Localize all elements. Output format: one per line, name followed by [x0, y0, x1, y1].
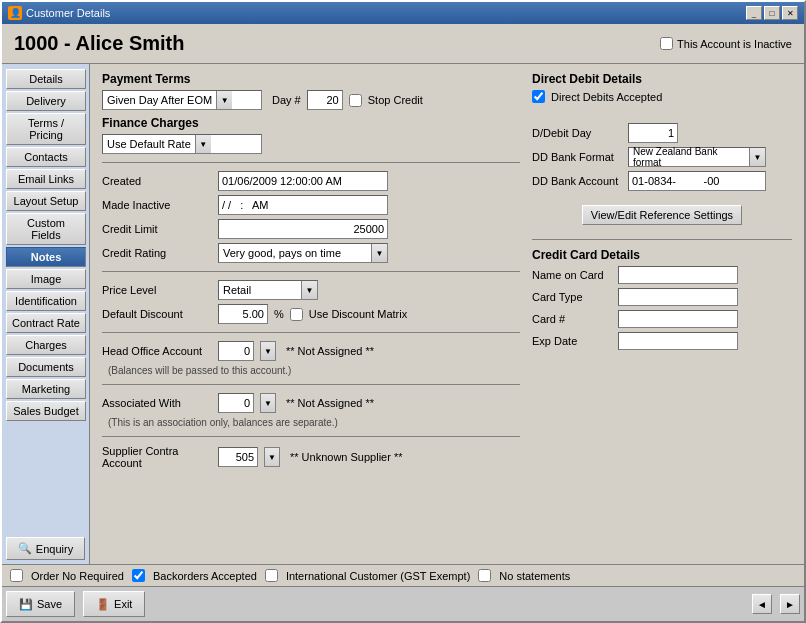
head-office-assigned: ** Not Assigned ** — [286, 345, 374, 357]
sidebar-item-identification[interactable]: Identification — [6, 291, 86, 311]
app-icon: 👤 — [8, 6, 22, 20]
card-name-input[interactable] — [618, 266, 738, 284]
stop-credit-checkbox[interactable] — [349, 94, 362, 107]
sidebar-item-details[interactable]: Details — [6, 69, 86, 89]
credit-rating-dropdown[interactable]: Very good, pays on time ▼ — [218, 243, 388, 263]
supplier-contra-label: Supplier Contra Account — [102, 445, 212, 469]
save-label: Save — [37, 598, 62, 610]
default-discount-label: Default Discount — [102, 308, 212, 320]
card-type-row: Card Type — [532, 288, 792, 306]
card-exp-input[interactable] — [618, 332, 738, 350]
head-office-note: (Balances will be passed to this account… — [108, 365, 520, 376]
sidebar-item-notes[interactable]: Notes — [6, 247, 86, 267]
page-title: 1000 - Alice Smith — [14, 32, 184, 55]
created-label: Created — [102, 175, 212, 187]
minimize-button[interactable]: _ — [746, 6, 762, 20]
associated-assigned: ** Not Assigned ** — [286, 397, 374, 409]
nav-prev-button[interactable]: ◄ — [752, 594, 772, 614]
payment-method-dropdown[interactable]: Given Day After EOM ▼ — [102, 90, 262, 110]
sidebar-item-image[interactable]: Image — [6, 269, 86, 289]
head-office-arrow[interactable]: ▼ — [260, 341, 276, 361]
header-bar: 1000 - Alice Smith This Account is Inact… — [2, 24, 804, 64]
associated-arrow[interactable]: ▼ — [260, 393, 276, 413]
bank-account-input[interactable] — [628, 171, 766, 191]
finance-rate-arrow[interactable]: ▼ — [195, 135, 211, 153]
head-office-row: Head Office Account ▼ ** Not Assigned ** — [102, 341, 520, 361]
save-button[interactable]: 💾 Save — [6, 591, 75, 617]
price-level-dropdown[interactable]: Retail ▼ — [218, 280, 318, 300]
backorders-accepted-label: Backorders Accepted — [153, 570, 257, 582]
enquiry-button[interactable]: 🔍 Enquiry — [6, 537, 85, 560]
order-no-required-checkbox[interactable] — [10, 569, 23, 582]
sidebar: Details Delivery Terms / Pricing Contact… — [2, 64, 90, 564]
percent-symbol: % — [274, 308, 284, 320]
supplier-contra-arrow[interactable]: ▼ — [264, 447, 280, 467]
main-content: Payment Terms Given Day After EOM ▼ Day … — [90, 64, 804, 564]
sidebar-item-custom-fields[interactable]: Custom Fields — [6, 213, 86, 245]
made-inactive-input[interactable] — [218, 195, 388, 215]
sidebar-item-documents[interactable]: Documents — [6, 357, 86, 377]
enquiry-label: Enquiry — [36, 543, 73, 555]
backorders-accepted-checkbox[interactable] — [132, 569, 145, 582]
sidebar-item-marketing[interactable]: Marketing — [6, 379, 86, 399]
international-customer-checkbox[interactable] — [265, 569, 278, 582]
title-bar: 👤 Customer Details _ □ ✕ — [2, 2, 804, 24]
bank-account-label: DD Bank Account — [532, 175, 622, 187]
associated-note: (This is an association only, balances a… — [108, 417, 520, 428]
supplier-contra-input[interactable] — [218, 447, 258, 467]
sidebar-item-delivery[interactable]: Delivery — [6, 91, 86, 111]
sidebar-item-email-links[interactable]: Email Links — [6, 169, 86, 189]
default-discount-row: Default Discount % Use Discount Matrix — [102, 304, 520, 324]
card-exp-label: Exp Date — [532, 335, 612, 347]
card-exp-row: Exp Date — [532, 332, 792, 350]
head-office-input[interactable] — [218, 341, 254, 361]
card-number-row: Card # — [532, 310, 792, 328]
stop-credit-label: Stop Credit — [368, 94, 423, 106]
no-statements-label: No statements — [499, 570, 570, 582]
credit-rating-arrow[interactable]: ▼ — [371, 244, 387, 262]
associated-label: Associated With — [102, 397, 212, 409]
exit-icon: 🚪 — [96, 598, 110, 611]
credit-rating-value: Very good, pays on time — [219, 245, 371, 261]
sidebar-item-layout-setup[interactable]: Layout Setup — [6, 191, 86, 211]
price-level-arrow[interactable]: ▼ — [301, 281, 317, 299]
window-title: Customer Details — [26, 7, 110, 19]
card-number-input[interactable] — [618, 310, 738, 328]
payment-method-arrow[interactable]: ▼ — [216, 91, 232, 109]
close-button[interactable]: ✕ — [782, 6, 798, 20]
associated-input[interactable] — [218, 393, 254, 413]
sidebar-item-contacts[interactable]: Contacts — [6, 147, 86, 167]
use-discount-matrix-label: Use Discount Matrix — [309, 308, 407, 320]
window-controls[interactable]: _ □ ✕ — [746, 6, 798, 20]
price-level-row: Price Level Retail ▼ — [102, 280, 520, 300]
exit-button[interactable]: 🚪 Exit — [83, 591, 145, 617]
sidebar-item-sales-budget[interactable]: Sales Budget — [6, 401, 86, 421]
payment-method-value: Given Day After EOM — [103, 92, 216, 108]
direct-debit-title: Direct Debit Details — [532, 72, 792, 86]
card-type-label: Card Type — [532, 291, 612, 303]
right-panel: Direct Debit Details Direct Debits Accep… — [532, 72, 792, 556]
day-number-input[interactable] — [307, 90, 343, 110]
bank-format-arrow[interactable]: ▼ — [749, 148, 765, 166]
finance-charges-row: Use Default Rate ▼ — [102, 134, 520, 154]
dday-input[interactable] — [628, 123, 678, 143]
credit-limit-input[interactable] — [218, 219, 388, 239]
sidebar-item-charges[interactable]: Charges — [6, 335, 86, 355]
view-reference-button[interactable]: View/Edit Reference Settings — [582, 205, 742, 225]
finance-rate-dropdown[interactable]: Use Default Rate ▼ — [102, 134, 262, 154]
direct-debits-checkbox[interactable] — [532, 90, 545, 103]
inactive-checkbox[interactable] — [660, 37, 673, 50]
no-statements-checkbox[interactable] — [478, 569, 491, 582]
created-input[interactable] — [218, 171, 388, 191]
footer-bar: 💾 Save 🚪 Exit ◄ ► — [2, 586, 804, 621]
card-type-input[interactable] — [618, 288, 738, 306]
default-discount-input[interactable] — [218, 304, 268, 324]
use-discount-matrix-checkbox[interactable] — [290, 308, 303, 321]
nav-next-button[interactable]: ► — [780, 594, 800, 614]
maximize-button[interactable]: □ — [764, 6, 780, 20]
bank-format-dropdown[interactable]: New Zealand Bank format ▼ — [628, 147, 766, 167]
sidebar-item-contract-rate[interactable]: Contract Rate — [6, 313, 86, 333]
bank-format-label: DD Bank Format — [532, 151, 622, 163]
bottom-bar: Order No Required Backorders Accepted In… — [2, 564, 804, 586]
sidebar-item-terms-pricing[interactable]: Terms / Pricing — [6, 113, 86, 145]
